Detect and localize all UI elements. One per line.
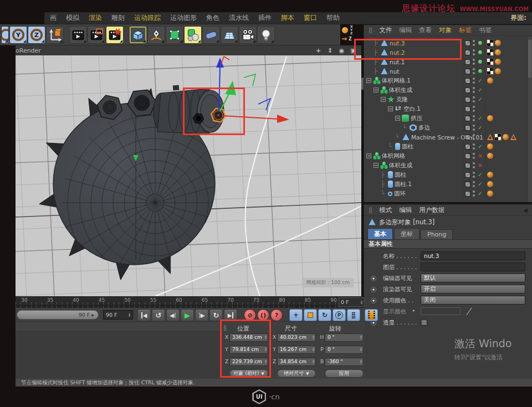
enable-toggle-icon[interactable]: ✓ — [477, 85, 483, 95]
object-row-空白.1[interactable]: −Lº空白.1 — [364, 104, 526, 114]
visibility-dots-icon[interactable] — [473, 162, 475, 168]
visibility-dots-icon[interactable] — [473, 49, 475, 55]
rotation-h-field[interactable]: 0 °▲ ▼ — [325, 333, 364, 342]
timeline-range-slider[interactable]: 90 F ▸ — [17, 310, 99, 320]
xray-checkbox[interactable] — [421, 319, 427, 326]
expander-icon[interactable]: − — [395, 116, 400, 121]
name-input[interactable]: nut.3 — [421, 251, 525, 260]
ball-tag-icon[interactable] — [495, 49, 501, 55]
enable-toggle-icon[interactable] — [478, 69, 482, 73]
toolbar-cube-button[interactable] — [129, 26, 147, 44]
toolbar-coords-button[interactable] — [46, 26, 64, 44]
tri-tag-icon[interactable] — [510, 134, 516, 140]
om-menu-书签[interactable]: 书签 — [479, 26, 492, 34]
am-menu-用户数据[interactable]: 用户数据 — [419, 206, 444, 214]
toolbar-render-view-button[interactable] — [69, 26, 87, 44]
panel-grip-icon[interactable]: ⣿ — [369, 27, 372, 33]
visibility-dots-icon[interactable] — [473, 106, 475, 112]
layer-chip-icon[interactable] — [465, 163, 470, 168]
viewport-3d[interactable]: oRender + ↕ ◉ ▣ 网格间距 : 100 cm — [16, 45, 361, 296]
ball-tag-icon[interactable] — [487, 115, 493, 121]
menu-脚本[interactable]: 脚本 — [281, 13, 294, 23]
position-x-field[interactable]: 336.448 cm▲ ▼ — [229, 333, 268, 342]
record-scale-button[interactable] — [304, 309, 317, 321]
play-forwards-button[interactable]: ▶ — [181, 309, 194, 321]
checker-tag-icon[interactable] — [487, 40, 493, 46]
expander-icon[interactable]: − — [388, 106, 393, 111]
visible-editor-select[interactable]: 默认 — [421, 274, 525, 282]
menu-运动跟踪[interactable]: 运动跟踪 — [134, 13, 161, 23]
enable-toggle-icon[interactable]: ✕ — [477, 161, 483, 170]
rotation-apply-button[interactable]: 应用 — [325, 369, 364, 378]
visibility-dots-icon[interactable] — [473, 115, 475, 121]
key-interpolation-button[interactable] — [365, 309, 378, 321]
enable-toggle-icon[interactable] — [478, 41, 482, 45]
animation-dot-icon[interactable] — [371, 287, 376, 292]
object-row-体积网格.1[interactable]: −体积网格.1✓ — [364, 76, 526, 85]
size-z-field[interactable]: 34.854 cm▲ ▼ — [277, 358, 316, 366]
toolbar-subdiv-button[interactable] — [166, 26, 183, 44]
layer-chip-icon[interactable] — [465, 182, 470, 187]
panel-grip-icon[interactable]: ⣿ — [369, 207, 372, 213]
layer-chip-icon[interactable] — [465, 50, 470, 55]
menu-画[interactable]: 画 — [50, 13, 57, 23]
menu-渲染[interactable]: 渲染 — [89, 13, 102, 23]
interface-label[interactable]: 界面: — [510, 13, 526, 23]
tab-坐标[interactable]: 坐标 — [394, 228, 420, 239]
toolbar-deformer-button[interactable] — [202, 26, 220, 44]
toolbar-axis-y-button[interactable]: Y — [9, 26, 27, 44]
checker-tag-icon[interactable] — [487, 68, 493, 74]
menu-运动图形[interactable]: 运动图形 — [170, 13, 197, 23]
layer-chip-icon[interactable] — [465, 144, 470, 150]
viewport-canvas[interactable] — [16, 55, 361, 296]
ball-tag-icon[interactable] — [487, 143, 493, 150]
object-row-nut.3[interactable]: ├nut.3 — [364, 38, 526, 48]
visibility-dots-icon[interactable] — [473, 143, 475, 150]
enable-toggle-icon[interactable]: ✓ — [477, 179, 483, 189]
ball-tag-icon[interactable] — [487, 181, 493, 187]
enable-toggle-icon[interactable]: ✓ — [477, 189, 483, 198]
keying-help-button[interactable]: ? — [270, 309, 283, 321]
visibility-dots-icon[interactable] — [473, 40, 475, 46]
layer-chip-icon[interactable] — [465, 87, 470, 93]
enable-toggle-icon[interactable]: ✓ — [477, 123, 483, 132]
layer-chip-icon[interactable] — [465, 172, 470, 178]
use-color-select[interactable]: 关闭 — [421, 296, 525, 305]
toolbar-pen-button[interactable] — [147, 26, 165, 44]
object-row-体积网格[interactable]: −体积网格✕ — [364, 151, 526, 161]
checker-tag-icon[interactable] — [487, 59, 493, 65]
collapse-arrow-icon[interactable]: ◀ — [523, 207, 528, 213]
size-mode-dropdown[interactable]: 绝对尺寸 ▼ — [277, 369, 316, 378]
size-y-field[interactable]: 16.267 cm▲ ▼ — [277, 346, 316, 354]
object-row-体积生成[interactable]: −体积生成✓ — [364, 85, 526, 95]
am-menu-编辑[interactable]: 编辑 — [399, 206, 412, 214]
expander-icon[interactable]: − — [366, 153, 371, 158]
expander-icon[interactable]: − — [374, 163, 378, 168]
record-position-button[interactable]: + — [289, 309, 303, 321]
goto-end-button[interactable]: ▶ — [224, 309, 237, 321]
expander-icon[interactable]: − — [374, 87, 378, 92]
expand-arrow-icon[interactable]: ▸ — [413, 308, 415, 313]
visibility-dots-icon[interactable] — [473, 68, 475, 74]
visibility-dots-icon[interactable] — [473, 59, 475, 65]
menu-窗口[interactable]: 窗口 — [304, 13, 317, 23]
object-row-nut.2[interactable]: ├nut.2 — [364, 48, 526, 57]
layer-chip-icon[interactable] — [465, 135, 470, 140]
layer-chip-icon[interactable] — [465, 125, 470, 131]
ball-tag-icon[interactable] — [487, 172, 493, 178]
object-row-克隆[interactable]: −克隆✓ — [364, 95, 526, 104]
expander-icon[interactable]: − — [366, 78, 371, 83]
tri-tag-icon[interactable] — [487, 134, 493, 140]
ball-tag-icon[interactable] — [487, 190, 493, 197]
maximize-icon[interactable]: ▣ — [350, 47, 357, 54]
position-mode-dropdown[interactable]: 对象 (相对) ▼ — [229, 369, 268, 378]
om-menu-标签[interactable]: 标签 — [459, 26, 472, 34]
size-x-field[interactable]: 40.023 cm▲ ▼ — [277, 333, 316, 342]
toolbar-light-button[interactable] — [257, 26, 275, 44]
animation-dot-icon[interactable] — [371, 298, 376, 303]
object-row-圆柱[interactable]: ├圆柱✓ — [364, 170, 526, 179]
checker-tag-icon[interactable] — [495, 134, 501, 140]
object-row-挤压[interactable]: −挤压✓ — [364, 114, 526, 123]
visibility-dots-icon[interactable] — [473, 190, 475, 197]
end-frame-field[interactable]: 90 F ▲ ▼ — [103, 310, 133, 320]
